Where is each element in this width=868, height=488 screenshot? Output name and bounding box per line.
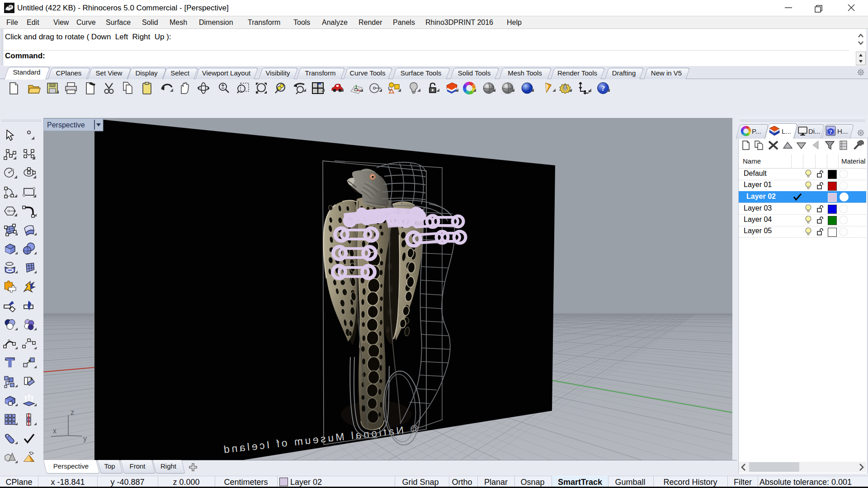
svg-text:z: z (71, 408, 74, 416)
svg-text:y: y (83, 435, 87, 442)
svg-text:x: x (53, 427, 57, 435)
svg-text:?: ? (829, 128, 832, 135)
svg-text:Perspective: Perspective (47, 121, 85, 129)
svg-text:?: ? (601, 84, 605, 93)
